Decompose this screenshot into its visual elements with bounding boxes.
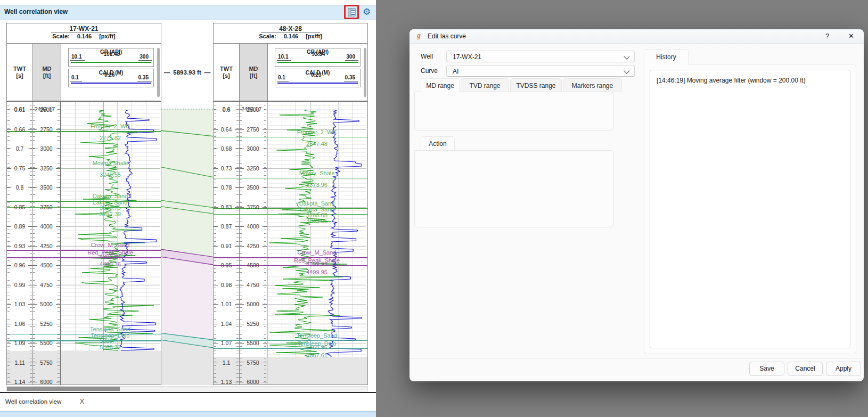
- curve-legend-area: GR (API)10.193.84300CALD (M)0.10.230.35: [267, 44, 367, 101]
- md-tick-label: 5250: [32, 320, 60, 328]
- highlight-box: [344, 5, 359, 19]
- curve-legend-gr[interactable]: GR (API)10.1101.48300: [68, 48, 154, 67]
- dash-right: —: [204, 69, 211, 76]
- tab-tvd-range[interactable]: TVD range: [461, 78, 509, 92]
- legend-scrollbar[interactable]: [364, 48, 366, 97]
- twt-tick-label: 0.99: [7, 281, 32, 289]
- scale-unit: [px/ft]: [99, 33, 116, 39]
- scale-label: Scale:: [259, 33, 276, 39]
- log-track-body[interactable]: 0.625000.62483.170.6427500.6830000.73325…: [214, 101, 367, 385]
- view-bottom-border: [0, 392, 376, 393]
- curve-max: 300: [345, 54, 358, 61]
- md-tick-label: 3500: [32, 184, 60, 191]
- help-icon[interactable]: ?: [825, 32, 829, 40]
- well-name: 48-X-28: [214, 23, 367, 32]
- md-tick-label: 4750: [32, 281, 60, 289]
- tab-markers-range[interactable]: Markers range: [563, 78, 622, 92]
- log-track-body[interactable]: 0.6125000.612493.170.6627500.730000.7532…: [7, 101, 161, 385]
- track-header-row: TWT[s]MD[ft]GR (API)10.1101.48300CALD (M…: [7, 43, 161, 101]
- well-dropdown-value: 17-WX-21: [453, 53, 481, 61]
- curve-legend-cald[interactable]: CALD (M)0.10.230.35: [275, 69, 361, 87]
- well-correlation-window: Well correlation view ⚙ 17-WX-21Scale:0.…: [0, 0, 376, 417]
- curve-color-line: [277, 83, 358, 84]
- correlation-zones-svg: [161, 101, 213, 385]
- scale-unit: [px/ft]: [306, 33, 322, 39]
- curve-dropdown[interactable]: AI: [446, 65, 635, 77]
- save-button[interactable]: Save: [749, 362, 784, 376]
- marker-label: Mowry_Shale: [61, 160, 160, 167]
- md-tick-label: 4250: [32, 242, 60, 250]
- curve-min: 0.1: [277, 75, 289, 81]
- horizontal-scrollbar-thumb[interactable]: [7, 387, 120, 391]
- marker-depth-label: 3843.05: [267, 218, 366, 225]
- md-tick-label: 4750: [239, 281, 267, 289]
- twt-tick-label: 0.87: [214, 223, 239, 230]
- twt-tick-label: 0.98: [214, 281, 239, 289]
- md-header-unit: [ft]: [250, 72, 258, 79]
- dialog-separator: [410, 358, 863, 358]
- twt-tick-label: 1.06: [7, 320, 32, 328]
- tab-md-range[interactable]: MD range: [421, 78, 460, 92]
- screen: Well correlation view ⚙ 17-WX-21Scale:0.…: [0, 0, 868, 417]
- marker-depth-label: 5468.72: [61, 344, 160, 351]
- well-dropdown[interactable]: 17-WX-21: [446, 51, 635, 62]
- twt-tick-label: 1.03: [7, 300, 32, 308]
- md-tick-label: 2750: [239, 126, 267, 133]
- md-tick-label: 3000: [32, 145, 60, 152]
- curve-min: 0.1: [70, 75, 82, 81]
- twt-header-text: TWT: [220, 66, 233, 72]
- twt-tick-label: 0.64: [214, 126, 239, 133]
- twt-tick-label: 0.95: [214, 261, 239, 269]
- tab-tvdss-range[interactable]: TVDSS range: [510, 78, 562, 92]
- distance-value: 5893.93 ft: [173, 69, 201, 76]
- close-icon[interactable]: ✕: [848, 32, 854, 40]
- curve-mean: 101.48: [104, 51, 120, 58]
- md-column-header: MD[ft]: [32, 44, 61, 101]
- marker-label: Tensleep_Sand: [61, 326, 160, 333]
- curve-max: 300: [138, 54, 152, 61]
- marker-depth-label: 2847.48: [267, 141, 366, 148]
- curve-legend-area: GR (API)10.1101.48300CALD (M)0.10.260.35: [60, 44, 161, 101]
- tab-well-correlation-view[interactable]: Well correlation view: [5, 398, 61, 405]
- history-log[interactable]: [14:46:19] Moving average filter (window…: [650, 70, 850, 348]
- marker-label: Lakota_Sand: [61, 199, 160, 206]
- marker-depth-label: 3752.39: [61, 211, 160, 218]
- tab-close-icon[interactable]: X: [80, 398, 84, 405]
- horizontal-scrollbar[interactable]: [6, 386, 368, 391]
- settings-gear-icon[interactable]: ⚙: [363, 6, 371, 18]
- tab-history[interactable]: History: [644, 49, 689, 64]
- curve-min: 10.1: [70, 54, 85, 61]
- twt-tick-label: 0.89: [7, 223, 32, 230]
- dialog-title: Edit las curve: [428, 32, 466, 40]
- twt-tick-label: 1.13: [214, 378, 239, 385]
- well-panel-17-WX-21: 17-WX-21Scale:0.146[px/ft]TWT[s]MD[ft]GR…: [6, 23, 161, 385]
- md-tick-label: 5000: [239, 300, 267, 308]
- md-tick-label: 5750: [32, 359, 60, 366]
- scale-value: 0.146: [284, 33, 299, 39]
- cancel-button[interactable]: Cancel: [788, 362, 823, 376]
- twt-tick-label: 0.73: [214, 165, 239, 172]
- curve-mean: 93.84: [312, 51, 325, 58]
- apply-button[interactable]: Apply: [826, 362, 861, 376]
- md-tick-label: 6000: [239, 378, 267, 385]
- md-tick-label: 6000: [32, 378, 60, 385]
- curve-legend-gr[interactable]: GR (API)10.193.84300: [275, 48, 361, 67]
- history-pane: [14:46:19] Moving average filter (window…: [644, 64, 856, 354]
- curve-scale-row: 10.193.84300: [275, 54, 360, 61]
- dialog-titlebar[interactable]: g Edit las curve ? ✕: [410, 29, 864, 44]
- md-tick-label: 3250: [239, 165, 267, 172]
- md-header-text: MD: [42, 66, 51, 72]
- marker-label: Crow_M_Sand: [61, 242, 160, 249]
- md-tick-label: 5250: [239, 320, 267, 328]
- dialog-buttons: Save Cancel Apply: [749, 362, 861, 376]
- curve-table-icon[interactable]: [348, 8, 356, 17]
- chevron-down-icon: [624, 53, 629, 59]
- curve-dropdown-value: AI: [453, 68, 458, 75]
- curve-color-line: [71, 62, 151, 63]
- md-tick-label: 4000: [239, 223, 267, 230]
- tab-action[interactable]: Action: [421, 136, 455, 150]
- curve-max: 0.35: [137, 75, 152, 81]
- view-title: Well correlation view: [4, 8, 68, 15]
- curve-legend-cald[interactable]: CALD (M)0.10.260.35: [68, 69, 154, 87]
- curve-min: 10.1: [277, 54, 291, 61]
